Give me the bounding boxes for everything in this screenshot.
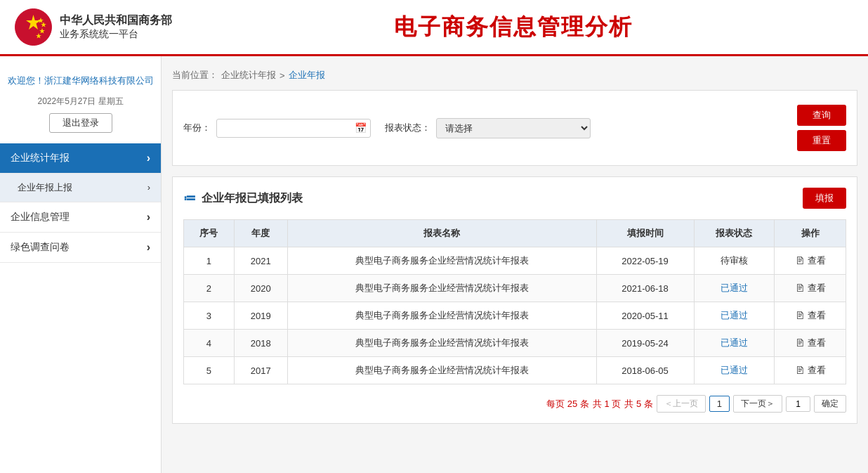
chevron-right-icon-3: › <box>147 241 150 254</box>
view-label-3: 查看 <box>808 337 826 349</box>
reset-button[interactable]: 重置 <box>797 130 846 151</box>
sidebar-item-company-label: 企业信息管理 <box>11 211 70 223</box>
sidebar-item-annual-report-upload[interactable]: 企业年报上报 › <box>0 174 161 202</box>
main-content: 当前位置： 企业统计年报 > 企业年报 年份： 📅 报表状态： 请选择 待审核 … <box>162 56 868 473</box>
cell-status-1: 已通过 <box>694 275 775 302</box>
cell-status-0: 待审核 <box>694 247 775 275</box>
cell-status-4: 已通过 <box>694 357 775 384</box>
status-label: 报表状态： <box>385 122 430 134</box>
per-page-info: 每页 25 条 <box>546 398 589 410</box>
cell-name-2: 典型电子商务服务企业经营情况统计年报表 <box>288 302 597 330</box>
breadcrumb-separator: > <box>280 70 285 81</box>
table-thead: 序号 年度 报表名称 填报时间 报表状态 操作 <box>184 220 846 247</box>
breadcrumb-parent: 企业统计年报 <box>221 69 276 82</box>
next-page-button[interactable]: 下一页＞ <box>733 395 782 413</box>
sidebar-item-company-info[interactable]: 企业信息管理 › <box>0 202 161 233</box>
table-title-text: 企业年报已填报列表 <box>202 191 303 206</box>
logout-button[interactable]: 退出登录 <box>49 113 112 133</box>
cell-seq-1: 2 <box>184 275 235 302</box>
cell-action-3: 🖹 查看 <box>775 330 846 357</box>
year-label: 年份： <box>183 122 211 134</box>
cell-seq-4: 5 <box>184 357 235 384</box>
sidebar-item-annual-report[interactable]: 企业统计年报 › <box>0 143 161 174</box>
view-link-3[interactable]: 🖹 查看 <box>795 337 826 349</box>
cell-name-4: 典型电子商务服务企业经营情况统计年报表 <box>288 357 597 384</box>
chevron-right-icon-sub: › <box>147 182 150 193</box>
status-select[interactable]: 请选择 待审核 已通过 已退回 <box>436 118 591 138</box>
cell-seq-0: 1 <box>184 247 235 275</box>
confirm-page-button[interactable]: 确定 <box>814 395 846 413</box>
year-input-wrap: 📅 <box>216 119 371 138</box>
pagination: 每页 25 条 共 1 页 共 5 条 ＜上一页 1 下一页＞ 确定 <box>183 395 846 413</box>
sidebar-date: 2022年5月27日 星期五 <box>0 96 161 113</box>
view-link-2[interactable]: 🖹 查看 <box>795 309 826 322</box>
view-icon-2: 🖹 <box>795 310 805 321</box>
cell-year-3: 2018 <box>234 330 287 357</box>
cell-date-1: 2021-06-18 <box>596 275 694 302</box>
query-button[interactable]: 查询 <box>797 105 846 126</box>
table-body: 1 2021 典型电子商务服务企业经营情况统计年报表 2022-05-19 待审… <box>184 247 846 384</box>
total-pages-info: 共 1 页 <box>593 398 621 410</box>
sidebar-item-annual-report-label: 企业统计年报 <box>11 152 70 164</box>
header: 中华人民共和国商务部 业务系统统一平台 电子商务信息管理分析 <box>0 0 868 56</box>
cell-seq-3: 4 <box>184 330 235 357</box>
cell-status-3: 已通过 <box>694 330 775 357</box>
cell-action-1: 🖹 查看 <box>775 275 846 302</box>
main-layout: 欢迎您！浙江建华网络科技有限公司 2022年5月27日 星期五 退出登录 企业统… <box>0 56 868 473</box>
search-buttons: 查询 重置 <box>797 105 846 151</box>
cell-action-2: 🖹 查看 <box>775 302 846 330</box>
sidebar-item-upload-label: 企业年报上报 <box>18 181 72 194</box>
cell-date-4: 2018-06-05 <box>596 357 694 384</box>
go-to-page-input[interactable] <box>786 396 810 412</box>
report-table: 序号 年度 报表名称 填报时间 报表状态 操作 1 2021 典型电子商务服务企… <box>183 219 846 384</box>
year-input[interactable] <box>216 119 371 138</box>
view-icon-1: 🖹 <box>795 283 805 294</box>
prev-page-button[interactable]: ＜上一页 <box>657 395 706 413</box>
view-link-4[interactable]: 🖹 查看 <box>795 364 826 377</box>
cell-year-1: 2020 <box>234 275 287 302</box>
cell-name-0: 典型电子商务服务企业经营情况统计年报表 <box>288 247 597 275</box>
view-label-2: 查看 <box>808 309 826 322</box>
cell-date-3: 2019-05-24 <box>596 330 694 357</box>
sidebar-logout-area: 退出登录 <box>0 113 161 143</box>
table-row: 4 2018 典型电子商务服务企业经营情况统计年报表 2019-05-24 已通… <box>184 330 846 357</box>
platform-name: 业务系统统一平台 <box>60 28 172 41</box>
view-link-0[interactable]: 🖹 查看 <box>795 254 826 267</box>
table-section: ≔ 企业年报已填报列表 填报 序号 年度 报表名称 填报时间 报表状态 操作 <box>172 176 857 424</box>
table-header: ≔ 企业年报已填报列表 填报 <box>183 188 846 209</box>
sidebar: 欢迎您！浙江建华网络科技有限公司 2022年5月27日 星期五 退出登录 企业统… <box>0 56 162 473</box>
cell-name-1: 典型电子商务服务企业经营情况统计年报表 <box>288 275 597 302</box>
col-year: 年度 <box>234 220 287 247</box>
cell-status-2: 已通过 <box>694 302 775 330</box>
breadcrumb-current: 企业年报 <box>289 69 325 82</box>
table-title-area: ≔ 企业年报已填报列表 <box>183 190 303 206</box>
view-icon-0: 🖹 <box>795 255 805 266</box>
view-label-4: 查看 <box>808 364 826 377</box>
cell-date-0: 2022-05-19 <box>596 247 694 275</box>
fill-button[interactable]: 填报 <box>803 188 846 209</box>
table-row: 2 2020 典型电子商务服务企业经营情况统计年报表 2021-06-18 已通… <box>184 275 846 302</box>
cell-year-4: 2017 <box>234 357 287 384</box>
view-link-1[interactable]: 🖹 查看 <box>795 282 826 294</box>
view-label-1: 查看 <box>808 282 826 294</box>
cell-action-0: 🖹 查看 <box>775 247 846 275</box>
col-action: 操作 <box>775 220 846 247</box>
sidebar-item-green-survey[interactable]: 绿色调查问卷 › <box>0 233 161 263</box>
table-row: 5 2017 典型电子商务服务企业经营情况统计年报表 2018-06-05 已通… <box>184 357 846 384</box>
chevron-right-icon-2: › <box>147 211 150 223</box>
current-page: 1 <box>709 396 730 412</box>
breadcrumb-prefix: 当前位置： <box>172 69 218 82</box>
view-icon-3: 🖹 <box>795 337 805 349</box>
col-name: 报表名称 <box>288 220 597 247</box>
sidebar-welcome: 欢迎您！浙江建华网络科技有限公司 <box>0 63 161 96</box>
page-title: 电子商务信息管理分析 <box>172 12 854 43</box>
search-panel: 年份： 📅 报表状态： 请选择 待审核 已通过 已退回 查询 重置 <box>172 90 857 166</box>
chevron-right-icon: › <box>147 152 150 164</box>
table-row: 3 2019 典型电子商务服务企业经营情况统计年报表 2020-05-11 已通… <box>184 302 846 330</box>
cell-date-2: 2020-05-11 <box>596 302 694 330</box>
year-field: 年份： 📅 <box>183 119 371 138</box>
cell-name-3: 典型电子商务服务企业经营情况统计年报表 <box>288 330 597 357</box>
logo-text: 中华人民共和国商务部 业务系统统一平台 <box>60 13 172 41</box>
list-icon: ≔ <box>183 190 196 206</box>
breadcrumb: 当前位置： 企业统计年报 > 企业年报 <box>172 63 857 90</box>
